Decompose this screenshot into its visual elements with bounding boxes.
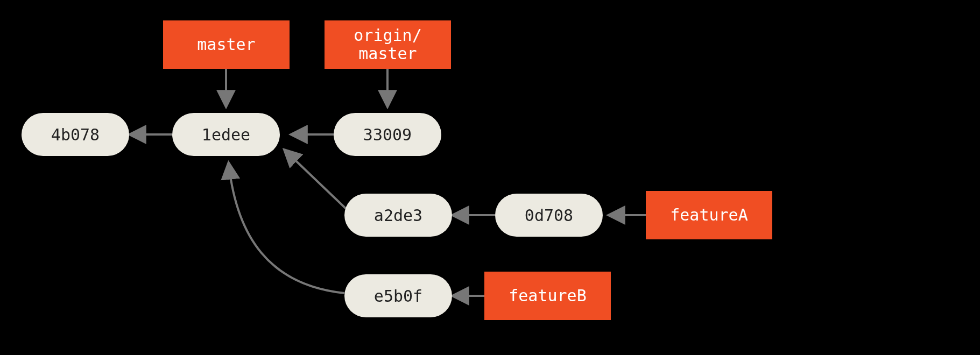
branch-origin-master: origin/ master <box>325 20 451 69</box>
commit-label: 0d708 <box>525 206 573 225</box>
edge-a2de3-1edee <box>285 151 347 210</box>
branch-featureA: featureA <box>646 191 772 239</box>
git-graph-diagram: 4b078 1edee 33009 a2de3 0d708 e5b0f mast… <box>0 0 980 355</box>
commit-0d708: 0d708 <box>495 194 603 237</box>
branch-master: master <box>163 20 290 69</box>
commit-4b078: 4b078 <box>22 113 129 156</box>
edge-e5b0f-1edee <box>229 164 344 293</box>
commit-e5b0f: e5b0f <box>344 274 452 317</box>
commit-label: 4b078 <box>51 125 100 144</box>
branch-label: featureA <box>670 206 748 225</box>
commit-label: 33009 <box>363 125 412 144</box>
commit-label: 1edee <box>202 125 250 144</box>
branch-label: origin/ master <box>354 26 421 63</box>
branch-label: master <box>197 36 255 54</box>
branch-featureB: featureB <box>484 272 611 320</box>
commit-1edee: 1edee <box>172 113 280 156</box>
commit-label: e5b0f <box>374 287 422 306</box>
commit-33009: 33009 <box>334 113 441 156</box>
commit-a2de3: a2de3 <box>344 194 452 237</box>
branch-label: featureB <box>509 287 587 306</box>
commit-label: a2de3 <box>374 206 422 225</box>
